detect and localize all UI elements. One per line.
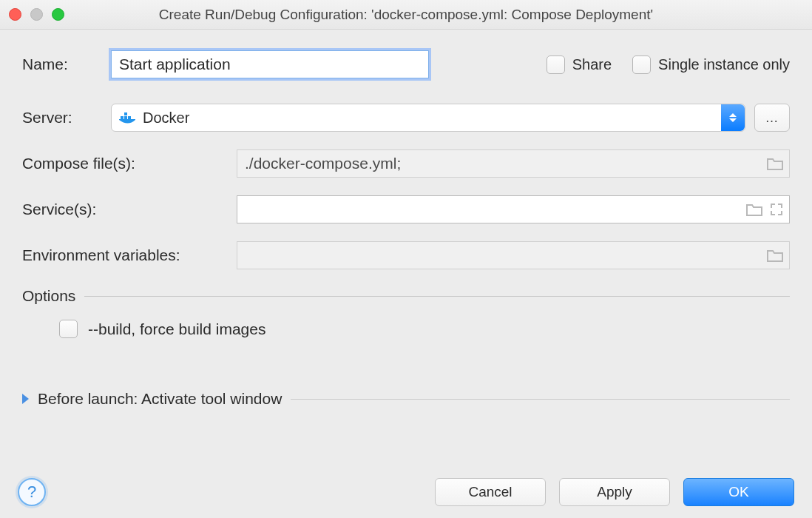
single-instance-checkbox-wrap[interactable]: Single instance only: [632, 56, 790, 74]
ellipsis-icon: …: [765, 110, 779, 126]
compose-value: ./docker-compose.yml;: [245, 155, 401, 172]
expand-icon[interactable]: [770, 203, 783, 216]
name-input-text: Start application: [119, 56, 231, 73]
server-more-button[interactable]: …: [754, 104, 790, 132]
ok-button-label: OK: [728, 484, 748, 500]
before-launch-label: Before launch: Activate tool window: [38, 390, 282, 408]
services-row: Service(s):: [22, 195, 790, 223]
svg-rect-3: [124, 112, 127, 115]
before-launch-section[interactable]: Before launch: Activate tool window: [22, 390, 790, 408]
name-label: Name:: [22, 56, 111, 73]
env-field[interactable]: [237, 241, 790, 269]
maximize-window-icon[interactable]: [52, 8, 64, 21]
services-field[interactable]: [237, 195, 790, 223]
svg-rect-1: [124, 116, 127, 119]
folder-icon[interactable]: [767, 249, 783, 262]
env-row: Environment variables:: [22, 241, 790, 269]
share-label: Share: [572, 56, 612, 73]
svg-rect-0: [121, 116, 124, 119]
compose-label: Compose file(s):: [22, 155, 237, 172]
minimize-window-icon: [30, 8, 43, 21]
build-checkbox[interactable]: [59, 320, 78, 338]
share-checkbox-wrap[interactable]: Share: [547, 56, 612, 74]
build-option-row[interactable]: --build, force build images: [59, 320, 790, 338]
titlebar: Create Run/Debug Configuration: 'docker-…: [0, 0, 812, 30]
options-section-label: Options: [22, 287, 75, 305]
cancel-button[interactable]: Cancel: [435, 478, 546, 506]
build-option-label: --build, force build images: [88, 320, 265, 338]
env-label: Environment variables:: [22, 246, 237, 264]
divider: [291, 399, 790, 400]
options-section: Options: [22, 287, 790, 305]
svg-rect-2: [128, 116, 131, 119]
disclosure-triangle-icon[interactable]: [22, 394, 29, 404]
compose-field[interactable]: ./docker-compose.yml;: [237, 149, 790, 178]
folder-icon[interactable]: [746, 203, 762, 216]
footer: ? Cancel Apply OK: [0, 466, 812, 518]
compose-row: Compose file(s): ./docker-compose.yml;: [22, 149, 790, 178]
share-checkbox[interactable]: [547, 56, 565, 74]
server-label: Server:: [22, 109, 111, 127]
help-icon: ?: [27, 482, 36, 502]
window-controls: [9, 8, 64, 21]
help-button[interactable]: ?: [18, 478, 46, 506]
apply-button-label: Apply: [597, 484, 632, 500]
divider: [84, 296, 790, 297]
apply-button[interactable]: Apply: [559, 478, 670, 506]
single-instance-label: Single instance only: [658, 56, 790, 73]
ok-button[interactable]: OK: [683, 478, 794, 506]
cancel-button-label: Cancel: [468, 484, 512, 500]
folder-icon[interactable]: [767, 157, 783, 170]
services-label: Service(s):: [22, 201, 237, 218]
server-select[interactable]: Docker: [111, 104, 745, 132]
name-row: Name: Start application Share Single ins…: [22, 50, 790, 78]
server-value: Docker: [143, 110, 189, 127]
select-caret-icon[interactable]: [721, 104, 745, 131]
close-window-icon[interactable]: [9, 8, 21, 21]
server-row: Server: Docker …: [22, 104, 790, 132]
window-title: Create Run/Debug Configuration: 'docker-…: [0, 7, 812, 23]
single-instance-checkbox[interactable]: [632, 56, 651, 74]
docker-icon: [119, 112, 137, 125]
name-input[interactable]: Start application: [111, 50, 429, 78]
